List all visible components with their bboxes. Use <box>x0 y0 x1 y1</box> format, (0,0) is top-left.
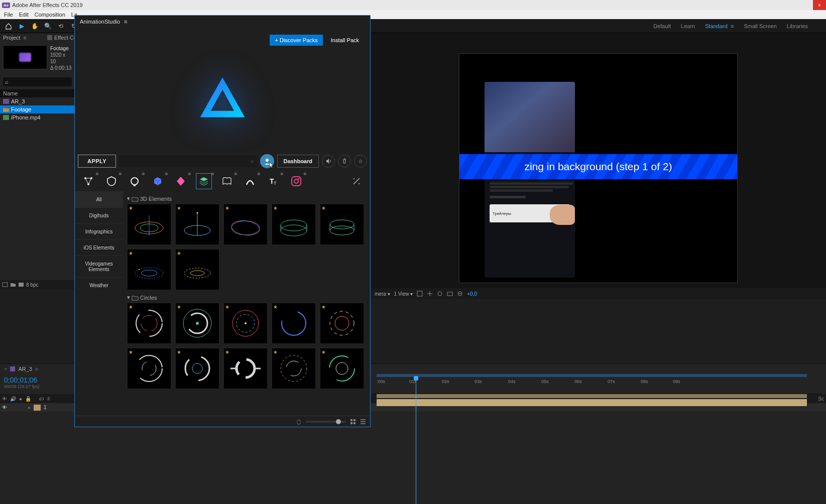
pack-layers-icon[interactable]: ⊗ <box>197 175 210 188</box>
workspace-libraries[interactable]: Libraries <box>787 23 808 29</box>
preset-thumbnail[interactable]: ★ <box>320 204 364 245</box>
expand-icon[interactable] <box>296 419 302 425</box>
camera-dropdown[interactable]: mera ▾ <box>375 291 390 297</box>
workspace-learn[interactable]: Learn <box>681 23 695 29</box>
preset-thumbnail[interactable]: ★ <box>223 303 268 344</box>
exposure-icon[interactable] <box>457 291 463 297</box>
bpc-label[interactable]: 8 bpc <box>26 282 38 288</box>
timeline-tracks[interactable]: :00s 01s 02s 03s 04s 05s 06s 07s 08s 09s <box>372 374 822 504</box>
interpret-icon[interactable] <box>2 282 8 288</box>
preset-thumbnail[interactable]: ★ <box>175 303 219 344</box>
apply-button[interactable]: APPLY <box>78 155 116 168</box>
pack-nodes-icon[interactable]: ⊗ <box>82 175 95 188</box>
category-ios[interactable]: iOS Elements <box>75 239 123 256</box>
category-digihuds[interactable]: Digihuds <box>75 207 123 223</box>
lock-col-icon[interactable]: 🔒 <box>25 396 31 402</box>
section-header-3d[interactable]: ▾ 3D Elements <box>127 193 366 204</box>
pack-book-icon[interactable]: ⊗ <box>220 175 233 188</box>
plugin-logo <box>75 46 370 151</box>
category-all[interactable]: All <box>75 191 123 207</box>
project-item-video[interactable]: iPhone.mp4 <box>0 113 75 121</box>
current-timecode[interactable]: 0;00;01;06 <box>4 376 71 384</box>
guides-icon[interactable] <box>427 291 433 297</box>
project-list-header[interactable]: Name <box>0 89 75 97</box>
layer-eye-icon[interactable]: 👁 <box>2 405 7 410</box>
section-header-circles[interactable]: ▾ Circles <box>127 292 366 303</box>
selection-tool-icon[interactable]: ▶ <box>16 21 27 32</box>
dashboard-button[interactable]: Dashboard <box>277 155 319 168</box>
workspace-small-screen[interactable]: Small Screen <box>744 23 776 29</box>
preset-thumbnail[interactable]: ★ <box>272 204 316 245</box>
time-ruler[interactable]: :00s 01s 02s 03s 04s 05s 06s 07s 08s 09s <box>372 374 822 394</box>
preset-thumbnail[interactable]: ★ <box>223 204 268 245</box>
menu-composition[interactable]: Composition <box>35 12 65 18</box>
category-infographics[interactable]: Infographics <box>75 223 123 239</box>
film-icon <box>47 35 52 40</box>
menu-file[interactable]: File <box>4 12 13 18</box>
preset-thumbnail[interactable]: ★ <box>320 303 364 344</box>
menu-edit[interactable]: Edit <box>19 12 29 18</box>
workspace-standard[interactable]: Standard ≡ <box>705 23 734 29</box>
eye-col-icon[interactable]: 👁 <box>2 396 7 402</box>
playhead[interactable] <box>416 377 416 504</box>
layer-bar[interactable] <box>377 399 807 406</box>
preset-thumbnail[interactable]: ★ <box>127 303 171 344</box>
project-item-comp[interactable]: AR_3 <box>0 97 75 105</box>
preset-thumbnail[interactable]: ★ <box>175 204 219 245</box>
viewport[interactable]: Купить за 10,99 USD Трейлеры zing in bac… <box>459 53 738 283</box>
category-videogames[interactable]: Videogames Elements <box>75 256 123 277</box>
install-pack-button[interactable]: Install Pack <box>327 35 363 46</box>
pack-instagram-icon[interactable]: ⊗ <box>290 175 303 188</box>
pack-ring-icon[interactable]: ⊗ <box>128 175 141 188</box>
preset-thumbnail[interactable]: ★ <box>175 348 219 389</box>
pack-box3d-icon[interactable]: ⊗ <box>151 175 164 188</box>
view-dropdown[interactable]: 1 View ▾ <box>394 291 413 297</box>
preset-thumbnail[interactable]: ★ <box>223 348 268 389</box>
pack-tools-icon[interactable] <box>350 175 363 188</box>
discover-packs-button[interactable]: + Discover Packs <box>270 35 322 46</box>
layer-bar[interactable] <box>377 394 807 398</box>
orbit-tool-icon[interactable]: ⟲ <box>55 21 66 32</box>
user-circle-button[interactable] <box>260 154 274 168</box>
presets-grid: ▾ 3D Elements ★★★★★★★ ▾ Circles ★★★★★★★★… <box>123 191 370 416</box>
plugin-search[interactable]: ⌕ <box>119 155 257 167</box>
preset-thumbnail[interactable]: ★ <box>272 303 316 344</box>
project-search[interactable]: ⌕ <box>3 77 72 86</box>
project-tab[interactable]: Project <box>3 35 20 41</box>
favorite-button[interactable]: ☆ <box>354 155 367 168</box>
zoom-slider[interactable] <box>306 421 346 423</box>
volume-button[interactable] <box>322 155 335 168</box>
pack-arc-icon[interactable]: ⊗ <box>244 175 257 188</box>
grid-view-icon[interactable] <box>350 419 356 425</box>
preset-thumbnail[interactable]: ★ <box>320 348 364 389</box>
pack-diamond-icon[interactable]: ⊗ <box>174 175 187 188</box>
grid-icon[interactable] <box>417 291 423 297</box>
exposure-value[interactable]: +0,0 <box>467 291 477 297</box>
workspace-default[interactable]: Default <box>653 23 671 29</box>
comp-new-icon[interactable] <box>18 282 24 288</box>
preset-thumbnail[interactable]: ★ <box>127 249 171 290</box>
close-button[interactable]: × <box>813 0 826 10</box>
plugin-menu-icon[interactable]: ≡ <box>124 19 127 25</box>
trash-button[interactable] <box>338 155 351 168</box>
home-icon[interactable] <box>3 21 14 32</box>
preset-thumbnail[interactable]: ★ <box>127 348 171 389</box>
category-weather[interactable]: Weather <box>75 277 123 293</box>
snapshot-icon[interactable] <box>447 291 453 297</box>
mask-icon[interactable] <box>437 291 443 297</box>
folder-new-icon[interactable] <box>10 282 16 288</box>
hand-tool-icon[interactable]: ✋ <box>29 21 40 32</box>
panel-menu-icon[interactable]: ≡ <box>23 35 26 41</box>
solo-col-icon[interactable]: ● <box>19 396 22 402</box>
preset-thumbnail[interactable]: ★ <box>175 249 219 290</box>
project-item-folder[interactable]: Footage <box>0 105 75 113</box>
zoom-tool-icon[interactable]: 🔍 <box>42 21 53 32</box>
audio-col-icon[interactable]: 🔊 <box>10 396 16 402</box>
preset-thumbnail[interactable]: ★ <box>127 204 171 245</box>
effect-controls-tab[interactable]: Effect Co <box>45 33 79 42</box>
list-view-icon[interactable] <box>360 419 366 425</box>
preset-thumbnail[interactable]: ★ <box>272 348 316 389</box>
pack-shield-icon[interactable]: ⊗ <box>105 175 118 188</box>
pack-type-icon[interactable]: TT⊗ <box>267 175 280 188</box>
timeline-tab[interactable]: AR_3 <box>18 366 32 372</box>
